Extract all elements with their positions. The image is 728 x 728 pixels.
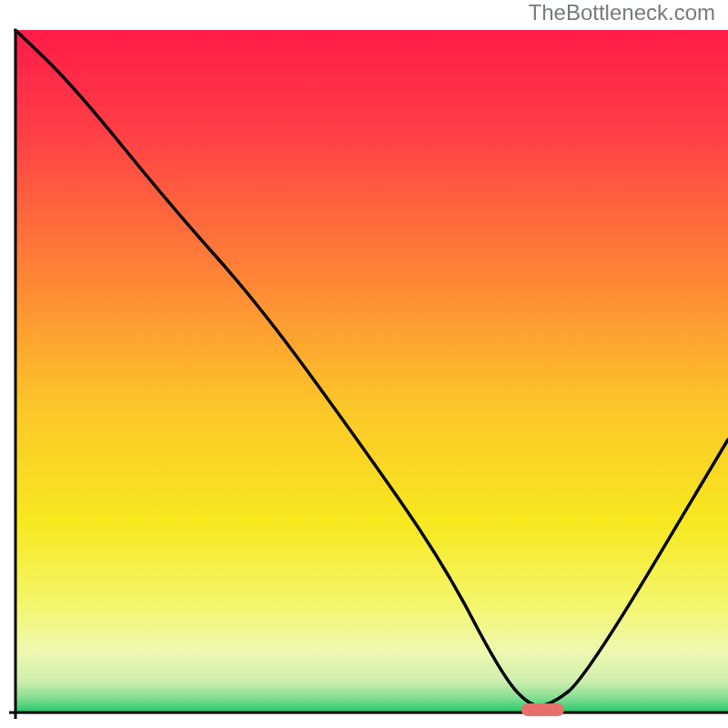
optimal-marker: [521, 703, 564, 716]
bottleneck-chart: [0, 0, 728, 728]
plot-background: [15, 30, 728, 713]
chart-container: TheBottleneck.com: [0, 0, 728, 728]
